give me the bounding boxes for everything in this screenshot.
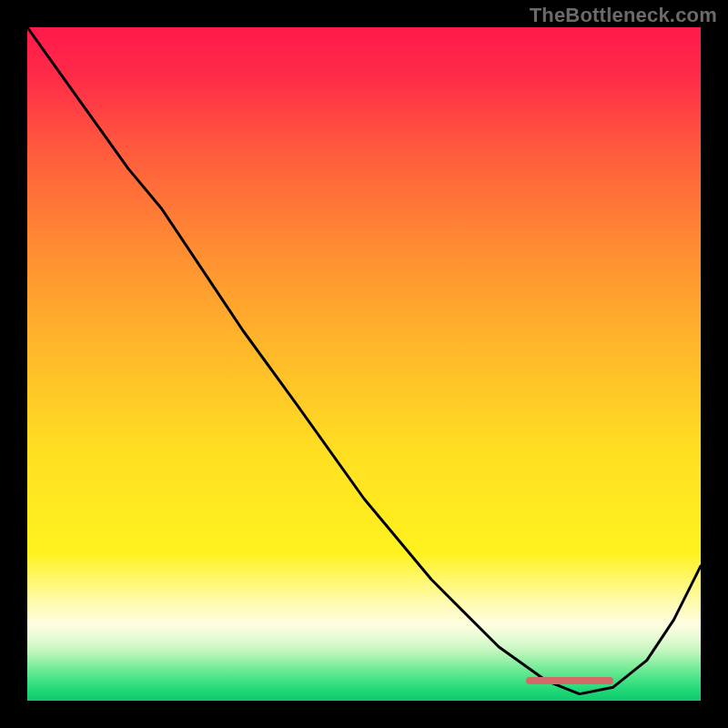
plot-area <box>27 27 701 701</box>
optimal-range-marker <box>526 677 613 684</box>
plot-frame <box>27 27 701 701</box>
curve-line <box>27 27 701 701</box>
chart-container: TheBottleneck.com <box>0 0 728 728</box>
attribution-text: TheBottleneck.com <box>530 4 717 27</box>
